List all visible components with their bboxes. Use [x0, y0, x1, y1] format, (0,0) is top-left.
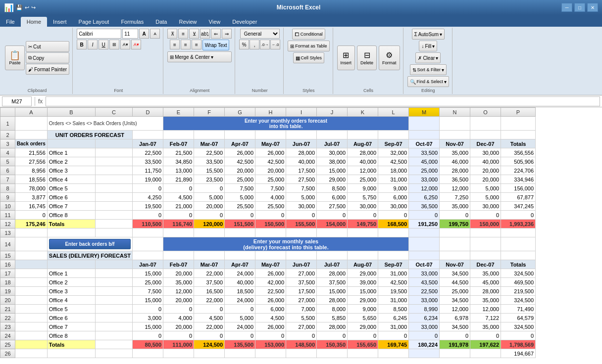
quick-access-undo[interactable]: ↩ [25, 4, 29, 11]
cell-d25[interactable]: 80,500 [133, 340, 163, 349]
cell-e17[interactable]: 20,000 [163, 269, 194, 278]
cell-o4[interactable]: 30,000 [470, 148, 501, 157]
cell-o18[interactable]: 45,000 [470, 278, 501, 287]
cell-n23[interactable]: 34,500 [440, 322, 470, 331]
cell-m8[interactable]: 12,000 [409, 184, 440, 193]
cell-d23[interactable]: 15,000 [133, 322, 163, 331]
enter-back-orders-button[interactable]: Enter back orders b/f [49, 239, 131, 249]
cell-o9[interactable]: 5,000 [470, 193, 501, 202]
cell-n22[interactable]: 6,978 [440, 314, 470, 322]
cell-i22[interactable]: 5,500 [286, 314, 317, 322]
quick-access-save[interactable]: 💾 [16, 4, 23, 11]
cell-e18[interactable]: 35,000 [163, 278, 194, 287]
cell-n25[interactable]: 191,978 [440, 340, 470, 349]
cell-c6[interactable] [95, 166, 132, 175]
autosum-button[interactable]: Σ AutoSum ▾ [412, 29, 445, 40]
col-header-k[interactable]: K [348, 108, 378, 117]
cell-a19[interactable] [15, 287, 48, 296]
cell-h23[interactable]: 26,000 [255, 322, 286, 331]
cell-c23[interactable] [95, 322, 132, 331]
cell-i15[interactable] [286, 251, 317, 260]
cell-n2[interactable] [440, 131, 470, 139]
cell-h3[interactable]: May-07 [255, 139, 286, 148]
cell-j11[interactable]: 0 [317, 211, 348, 220]
cell-j7[interactable]: 29,000 [317, 175, 348, 184]
cell-c26[interactable] [95, 349, 132, 358]
cell-g15[interactable] [225, 251, 255, 260]
cell-e3[interactable]: Feb-07 [163, 139, 194, 148]
cell-b19[interactable]: Office 3 [47, 287, 95, 296]
cell-d12[interactable]: 110,500 [133, 220, 163, 228]
cell-o1[interactable] [470, 117, 501, 131]
cell-i12[interactable]: 155,500 [286, 220, 317, 228]
cell-n14[interactable] [440, 237, 470, 251]
cell-e22[interactable]: 4,000 [163, 314, 194, 322]
format-cells-button[interactable]: ⚙ Format [379, 46, 400, 70]
cell-n19[interactable]: 25,000 [440, 287, 470, 296]
cell-l6[interactable]: 18,000 [378, 166, 409, 175]
cell-h19[interactable]: 22,500 [255, 287, 286, 296]
cell-k10[interactable]: 30,000 [348, 202, 378, 211]
cell-i23[interactable]: 27,000 [286, 322, 317, 331]
cell-h16[interactable]: May-07 [255, 260, 286, 269]
wrap-text-button[interactable]: Wrap Text [202, 40, 230, 50]
cell-i20[interactable]: 27,000 [286, 296, 317, 305]
cell-e1[interactable]: Enter your monthly orders forecastinto t… [163, 117, 409, 131]
cell-j25[interactable]: 150,350 [317, 340, 348, 349]
cell-c20[interactable] [95, 296, 132, 305]
text-direction-button[interactable]: ab⤵ [200, 29, 210, 39]
cell-f5[interactable]: 33,500 [194, 157, 225, 166]
cell-m1[interactable] [409, 117, 440, 131]
cell-d2[interactable] [133, 131, 163, 139]
cell-l3[interactable]: Sep-07 [378, 139, 409, 148]
cell-m25[interactable]: 180,224 [409, 340, 440, 349]
col-header-c[interactable]: C [95, 108, 132, 117]
merge-center-button[interactable]: ⊞ Merge & Center ▾ [167, 51, 232, 62]
cell-l5[interactable]: 42,500 [378, 157, 409, 166]
cell-f13[interactable] [194, 228, 225, 237]
cell-j10[interactable]: 27,500 [317, 202, 348, 211]
insert-cells-button[interactable]: ⊞ Insert [337, 46, 355, 70]
cell-h24[interactable]: 0 [255, 331, 286, 340]
cell-n10[interactable]: 35,000 [440, 202, 470, 211]
underline-button[interactable]: U [99, 40, 108, 49]
cell-o5[interactable]: 40,000 [470, 157, 501, 166]
cell-j16[interactable]: Jul-07 [317, 260, 348, 269]
cell-a3[interactable]: Back orders [15, 139, 48, 148]
cell-b23[interactable]: Office 7 [47, 322, 95, 331]
cell-f10[interactable]: 20,000 [194, 202, 225, 211]
cell-m23[interactable]: 33,000 [409, 322, 440, 331]
cell-i2[interactable] [286, 131, 317, 139]
cell-p8[interactable]: 156,000 [501, 184, 536, 193]
cell-l20[interactable]: 31,000 [378, 296, 409, 305]
cell-g17[interactable]: 24,000 [225, 269, 255, 278]
cell-k18[interactable]: 39,000 [348, 278, 378, 287]
cell-b26[interactable] [47, 349, 95, 358]
col-header-l[interactable]: L [378, 108, 409, 117]
format-as-table-button[interactable]: ⊞ Format as Table [288, 41, 329, 51]
cell-e2[interactable] [163, 131, 194, 139]
cell-f20[interactable]: 22,000 [194, 296, 225, 305]
cell-n15[interactable] [440, 251, 470, 260]
minimize-button[interactable]: ─ [561, 3, 572, 12]
tab-developer[interactable]: Developer [226, 17, 263, 27]
cell-a7[interactable]: 18,556 [15, 175, 48, 184]
cell-c3[interactable] [95, 139, 132, 148]
cell-f22[interactable]: 4,500 [194, 314, 225, 322]
cell-a14[interactable] [15, 237, 48, 251]
cell-k19[interactable]: 15,000 [348, 287, 378, 296]
cell-o24[interactable]: 0 [470, 331, 501, 340]
cell-g26[interactable] [225, 349, 255, 358]
cell-f25[interactable]: 124,500 [194, 340, 225, 349]
percent-button[interactable]: % [239, 40, 249, 49]
col-header-m[interactable]: M [409, 108, 440, 117]
cell-h4[interactable]: 26,000 [255, 148, 286, 157]
cell-g24[interactable]: 0 [225, 331, 255, 340]
cell-d14[interactable] [133, 237, 163, 251]
cell-o14[interactable] [470, 237, 501, 251]
cell-e10[interactable]: 21,000 [163, 202, 194, 211]
cell-k20[interactable]: 29,000 [348, 296, 378, 305]
cell-g13[interactable] [225, 228, 255, 237]
cell-j9[interactable]: 6,000 [317, 193, 348, 202]
indent-decrease-button[interactable]: ⇐ [211, 29, 221, 39]
